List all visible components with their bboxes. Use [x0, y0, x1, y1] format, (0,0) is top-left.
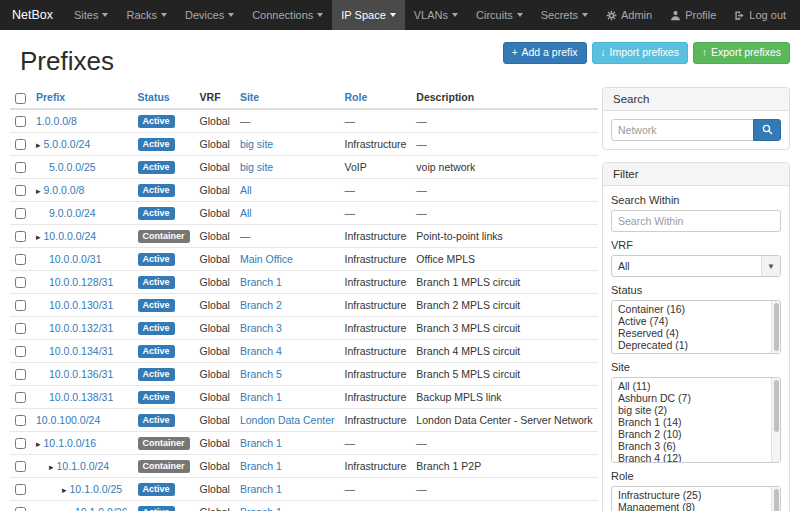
- prefix-link[interactable]: 10.0.0.128/31: [49, 276, 113, 288]
- row-checkbox[interactable]: [15, 369, 26, 380]
- expand-toggle-icon[interactable]: ▸: [36, 186, 41, 196]
- column-header-prefix[interactable]: Prefix: [31, 87, 133, 109]
- site-link[interactable]: big site: [240, 138, 273, 150]
- listbox-option[interactable]: Reserved (4): [612, 327, 780, 339]
- row-checkbox[interactable]: [15, 277, 26, 288]
- nav-item-sites[interactable]: Sites: [65, 0, 117, 30]
- search-within-input[interactable]: [611, 210, 781, 232]
- nav-item-secrets[interactable]: Secrets: [532, 0, 597, 30]
- column-header-status[interactable]: Status: [133, 87, 195, 109]
- expand-toggle-icon[interactable]: ▸: [36, 232, 41, 242]
- prefix-link[interactable]: 10.1.0.0/26: [75, 506, 128, 511]
- prefix-link[interactable]: 10.0.0.0/31: [49, 253, 102, 265]
- row-checkbox[interactable]: [15, 484, 26, 495]
- site-link[interactable]: Branch 1: [240, 506, 282, 511]
- nav-item-vlans[interactable]: VLANs: [405, 0, 467, 30]
- row-checkbox[interactable]: [15, 254, 26, 265]
- prefix-link[interactable]: 9.0.0.0/8: [44, 184, 85, 196]
- row-checkbox[interactable]: [15, 162, 26, 173]
- prefix-link[interactable]: 10.0.100.0/24: [36, 414, 100, 426]
- prefix-link[interactable]: 1.0.0.0/8: [36, 115, 77, 127]
- row-checkbox[interactable]: [15, 139, 26, 150]
- add-prefix-button[interactable]: +Add a prefix: [503, 42, 587, 64]
- brand[interactable]: NetBox: [0, 0, 65, 30]
- vrf-select[interactable]: All ▼: [611, 255, 781, 277]
- column-header-site[interactable]: Site: [235, 87, 340, 109]
- prefix-link[interactable]: 10.0.0.130/31: [49, 299, 113, 311]
- search-input[interactable]: [611, 119, 754, 141]
- listbox-option[interactable]: Branch 2 (10): [612, 428, 780, 440]
- row-checkbox[interactable]: [15, 323, 26, 334]
- listbox-option[interactable]: Ashburn DC (7): [612, 392, 780, 404]
- row-checkbox[interactable]: [15, 346, 26, 357]
- row-checkbox[interactable]: [15, 185, 26, 196]
- select-all-checkbox[interactable]: [15, 93, 26, 104]
- site-link[interactable]: Branch 3: [240, 322, 282, 334]
- site-link[interactable]: All: [240, 207, 252, 219]
- scrollbar[interactable]: [771, 301, 780, 353]
- site-link[interactable]: Branch 1: [240, 391, 282, 403]
- row-checkbox[interactable]: [15, 208, 26, 219]
- prefix-link[interactable]: 10.1.0.0/25: [70, 483, 123, 495]
- row-checkbox[interactable]: [15, 507, 26, 511]
- listbox-option[interactable]: Deprecated (1): [612, 339, 780, 351]
- scrollbar[interactable]: [771, 487, 780, 511]
- import-prefixes-button[interactable]: ↓Import prefixes: [592, 42, 688, 64]
- scrollbar[interactable]: [771, 378, 780, 462]
- column-header-role[interactable]: Role: [340, 87, 412, 109]
- prefix-link[interactable]: 5.0.0.0/24: [44, 138, 91, 150]
- nav-item-connections[interactable]: Connections: [243, 0, 332, 30]
- site-link[interactable]: London Data Center: [240, 414, 335, 426]
- nav-item-profile[interactable]: Profile: [661, 0, 725, 30]
- listbox-option[interactable]: Management (8): [612, 501, 780, 511]
- listbox-option[interactable]: Container (16): [612, 303, 780, 315]
- listbox-option[interactable]: Infrastructure (25): [612, 489, 780, 501]
- site-link[interactable]: Main Office: [240, 253, 293, 265]
- prefix-link[interactable]: 10.1.0.0/16: [44, 437, 97, 449]
- listbox-option[interactable]: Branch 1 (14): [612, 416, 780, 428]
- expand-toggle-icon[interactable]: ▸: [36, 140, 41, 150]
- row-checkbox[interactable]: [15, 461, 26, 472]
- listbox-option[interactable]: Branch 4 (12): [612, 452, 780, 463]
- status-listbox[interactable]: Container (16)Active (74)Reserved (4)Dep…: [611, 300, 781, 354]
- site-link[interactable]: Branch 4: [240, 345, 282, 357]
- site-link[interactable]: Branch 2: [240, 299, 282, 311]
- prefix-link[interactable]: 9.0.0.0/24: [49, 207, 96, 219]
- listbox-option[interactable]: big site (2): [612, 404, 780, 416]
- site-link[interactable]: big site: [240, 161, 273, 173]
- listbox-option[interactable]: Branch 3 (6): [612, 440, 780, 452]
- site-link[interactable]: Branch 1: [240, 483, 282, 495]
- prefix-link[interactable]: 10.0.0.0/24: [44, 230, 97, 242]
- prefix-link[interactable]: 10.0.0.138/31: [49, 391, 113, 403]
- expand-toggle-icon[interactable]: ▸: [62, 485, 67, 495]
- search-button[interactable]: [753, 119, 781, 141]
- listbox-option[interactable]: All (11): [612, 380, 780, 392]
- nav-item-racks[interactable]: Racks: [117, 0, 176, 30]
- row-checkbox[interactable]: [15, 116, 26, 127]
- row-checkbox[interactable]: [15, 415, 26, 426]
- expand-toggle-icon[interactable]: ▸: [36, 439, 41, 449]
- nav-item-ip-space[interactable]: IP Space: [332, 0, 404, 30]
- row-checkbox[interactable]: [15, 300, 26, 311]
- nav-item-admin[interactable]: Admin: [597, 0, 661, 30]
- nav-item-logout[interactable]: Log out: [725, 0, 795, 30]
- export-prefixes-button[interactable]: ↑Export prefixes: [693, 42, 790, 64]
- site-listbox[interactable]: All (11)Ashburn DC (7)big site (2)Branch…: [611, 377, 781, 463]
- site-link[interactable]: Branch 1: [240, 437, 282, 449]
- nav-item-circuits[interactable]: Circuits: [467, 0, 532, 30]
- expand-toggle-icon[interactable]: ▸: [49, 462, 54, 472]
- prefix-link[interactable]: 5.0.0.0/25: [49, 161, 96, 173]
- site-link[interactable]: Branch 1: [240, 276, 282, 288]
- role-listbox[interactable]: Infrastructure (25)Management (8)Private…: [611, 486, 781, 511]
- listbox-option[interactable]: Active (74): [612, 315, 780, 327]
- nav-item-devices[interactable]: Devices: [176, 0, 243, 30]
- site-link[interactable]: Branch 1: [240, 460, 282, 472]
- site-link[interactable]: Branch 5: [240, 368, 282, 380]
- prefix-link[interactable]: 10.0.0.132/31: [49, 322, 113, 334]
- prefix-link[interactable]: 10.1.0.0/24: [57, 460, 110, 472]
- prefix-link[interactable]: 10.0.0.134/31: [49, 345, 113, 357]
- site-link[interactable]: All: [240, 184, 252, 196]
- row-checkbox[interactable]: [15, 231, 26, 242]
- row-checkbox[interactable]: [15, 438, 26, 449]
- prefix-link[interactable]: 10.0.0.136/31: [49, 368, 113, 380]
